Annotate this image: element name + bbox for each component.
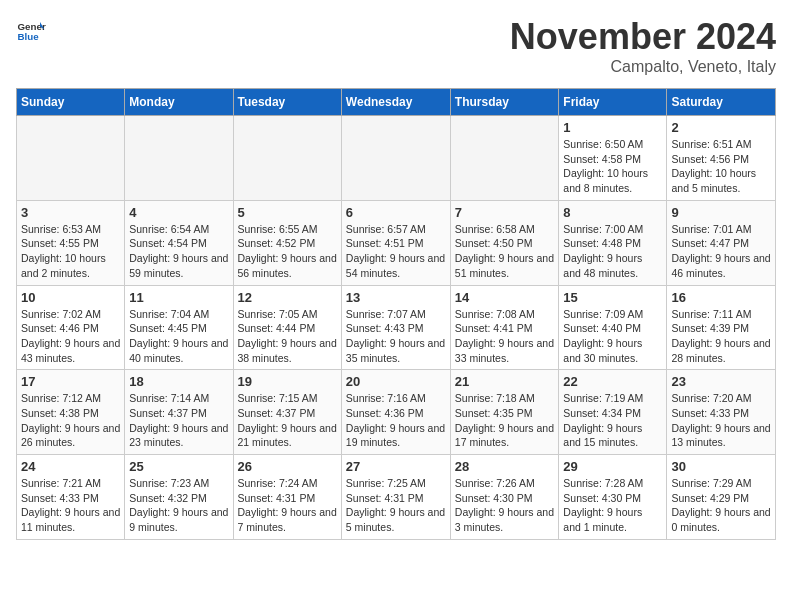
calendar: SundayMondayTuesdayWednesdayThursdayFrid… (16, 88, 776, 540)
day-info: Sunrise: 7:14 AM Sunset: 4:37 PM Dayligh… (129, 391, 228, 450)
location-title: Campalto, Veneto, Italy (510, 58, 776, 76)
day-number: 19 (238, 374, 337, 389)
logo: General Blue (16, 16, 46, 46)
day-number: 17 (21, 374, 120, 389)
day-info: Sunrise: 6:58 AM Sunset: 4:50 PM Dayligh… (455, 222, 555, 281)
calendar-cell: 29Sunrise: 7:28 AM Sunset: 4:30 PM Dayli… (559, 455, 667, 540)
calendar-cell: 8Sunrise: 7:00 AM Sunset: 4:48 PM Daylig… (559, 200, 667, 285)
calendar-cell: 5Sunrise: 6:55 AM Sunset: 4:52 PM Daylig… (233, 200, 341, 285)
day-info: Sunrise: 7:15 AM Sunset: 4:37 PM Dayligh… (238, 391, 337, 450)
calendar-cell: 14Sunrise: 7:08 AM Sunset: 4:41 PM Dayli… (450, 285, 559, 370)
day-number: 13 (346, 290, 446, 305)
day-info: Sunrise: 7:16 AM Sunset: 4:36 PM Dayligh… (346, 391, 446, 450)
day-number: 15 (563, 290, 662, 305)
calendar-cell: 3Sunrise: 6:53 AM Sunset: 4:55 PM Daylig… (17, 200, 125, 285)
calendar-cell: 16Sunrise: 7:11 AM Sunset: 4:39 PM Dayli… (667, 285, 776, 370)
day-info: Sunrise: 6:50 AM Sunset: 4:58 PM Dayligh… (563, 137, 662, 196)
day-number: 3 (21, 205, 120, 220)
day-info: Sunrise: 6:51 AM Sunset: 4:56 PM Dayligh… (671, 137, 771, 196)
weekday-header-friday: Friday (559, 89, 667, 116)
day-number: 2 (671, 120, 771, 135)
day-info: Sunrise: 7:23 AM Sunset: 4:32 PM Dayligh… (129, 476, 228, 535)
day-info: Sunrise: 7:08 AM Sunset: 4:41 PM Dayligh… (455, 307, 555, 366)
weekday-header-monday: Monday (125, 89, 233, 116)
calendar-cell: 25Sunrise: 7:23 AM Sunset: 4:32 PM Dayli… (125, 455, 233, 540)
day-info: Sunrise: 7:01 AM Sunset: 4:47 PM Dayligh… (671, 222, 771, 281)
day-info: Sunrise: 7:24 AM Sunset: 4:31 PM Dayligh… (238, 476, 337, 535)
day-info: Sunrise: 7:04 AM Sunset: 4:45 PM Dayligh… (129, 307, 228, 366)
calendar-cell: 1Sunrise: 6:50 AM Sunset: 4:58 PM Daylig… (559, 116, 667, 201)
calendar-cell (450, 116, 559, 201)
calendar-week-row: 17Sunrise: 7:12 AM Sunset: 4:38 PM Dayli… (17, 370, 776, 455)
calendar-cell: 26Sunrise: 7:24 AM Sunset: 4:31 PM Dayli… (233, 455, 341, 540)
day-info: Sunrise: 7:21 AM Sunset: 4:33 PM Dayligh… (21, 476, 120, 535)
day-number: 23 (671, 374, 771, 389)
calendar-cell: 7Sunrise: 6:58 AM Sunset: 4:50 PM Daylig… (450, 200, 559, 285)
weekday-header-thursday: Thursday (450, 89, 559, 116)
calendar-cell: 22Sunrise: 7:19 AM Sunset: 4:34 PM Dayli… (559, 370, 667, 455)
weekday-header-sunday: Sunday (17, 89, 125, 116)
day-info: Sunrise: 7:09 AM Sunset: 4:40 PM Dayligh… (563, 307, 662, 366)
day-number: 8 (563, 205, 662, 220)
day-info: Sunrise: 7:05 AM Sunset: 4:44 PM Dayligh… (238, 307, 337, 366)
day-number: 27 (346, 459, 446, 474)
calendar-cell: 13Sunrise: 7:07 AM Sunset: 4:43 PM Dayli… (341, 285, 450, 370)
calendar-cell: 20Sunrise: 7:16 AM Sunset: 4:36 PM Dayli… (341, 370, 450, 455)
calendar-cell: 10Sunrise: 7:02 AM Sunset: 4:46 PM Dayli… (17, 285, 125, 370)
day-info: Sunrise: 6:55 AM Sunset: 4:52 PM Dayligh… (238, 222, 337, 281)
month-title: November 2024 (510, 16, 776, 58)
calendar-cell: 18Sunrise: 7:14 AM Sunset: 4:37 PM Dayli… (125, 370, 233, 455)
weekday-header-row: SundayMondayTuesdayWednesdayThursdayFrid… (17, 89, 776, 116)
calendar-cell: 11Sunrise: 7:04 AM Sunset: 4:45 PM Dayli… (125, 285, 233, 370)
calendar-cell: 24Sunrise: 7:21 AM Sunset: 4:33 PM Dayli… (17, 455, 125, 540)
calendar-week-row: 24Sunrise: 7:21 AM Sunset: 4:33 PM Dayli… (17, 455, 776, 540)
day-info: Sunrise: 6:53 AM Sunset: 4:55 PM Dayligh… (21, 222, 120, 281)
calendar-week-row: 10Sunrise: 7:02 AM Sunset: 4:46 PM Dayli… (17, 285, 776, 370)
calendar-cell: 6Sunrise: 6:57 AM Sunset: 4:51 PM Daylig… (341, 200, 450, 285)
calendar-cell: 21Sunrise: 7:18 AM Sunset: 4:35 PM Dayli… (450, 370, 559, 455)
calendar-cell: 17Sunrise: 7:12 AM Sunset: 4:38 PM Dayli… (17, 370, 125, 455)
day-number: 12 (238, 290, 337, 305)
day-number: 21 (455, 374, 555, 389)
day-number: 10 (21, 290, 120, 305)
logo-icon: General Blue (16, 16, 46, 46)
weekday-header-wednesday: Wednesday (341, 89, 450, 116)
day-number: 29 (563, 459, 662, 474)
title-section: November 2024 Campalto, Veneto, Italy (510, 16, 776, 76)
calendar-cell: 27Sunrise: 7:25 AM Sunset: 4:31 PM Dayli… (341, 455, 450, 540)
day-number: 5 (238, 205, 337, 220)
day-number: 9 (671, 205, 771, 220)
day-number: 20 (346, 374, 446, 389)
day-number: 24 (21, 459, 120, 474)
day-info: Sunrise: 7:29 AM Sunset: 4:29 PM Dayligh… (671, 476, 771, 535)
day-number: 16 (671, 290, 771, 305)
calendar-cell: 19Sunrise: 7:15 AM Sunset: 4:37 PM Dayli… (233, 370, 341, 455)
day-info: Sunrise: 7:02 AM Sunset: 4:46 PM Dayligh… (21, 307, 120, 366)
calendar-week-row: 3Sunrise: 6:53 AM Sunset: 4:55 PM Daylig… (17, 200, 776, 285)
day-info: Sunrise: 7:28 AM Sunset: 4:30 PM Dayligh… (563, 476, 662, 535)
day-number: 22 (563, 374, 662, 389)
day-number: 1 (563, 120, 662, 135)
day-info: Sunrise: 7:12 AM Sunset: 4:38 PM Dayligh… (21, 391, 120, 450)
weekday-header-saturday: Saturday (667, 89, 776, 116)
calendar-cell: 28Sunrise: 7:26 AM Sunset: 4:30 PM Dayli… (450, 455, 559, 540)
day-number: 7 (455, 205, 555, 220)
calendar-cell: 30Sunrise: 7:29 AM Sunset: 4:29 PM Dayli… (667, 455, 776, 540)
day-number: 30 (671, 459, 771, 474)
day-number: 25 (129, 459, 228, 474)
weekday-header-tuesday: Tuesday (233, 89, 341, 116)
day-info: Sunrise: 7:00 AM Sunset: 4:48 PM Dayligh… (563, 222, 662, 281)
day-number: 6 (346, 205, 446, 220)
calendar-cell (125, 116, 233, 201)
day-number: 26 (238, 459, 337, 474)
day-info: Sunrise: 6:54 AM Sunset: 4:54 PM Dayligh… (129, 222, 228, 281)
calendar-cell (233, 116, 341, 201)
day-info: Sunrise: 7:11 AM Sunset: 4:39 PM Dayligh… (671, 307, 771, 366)
calendar-cell: 23Sunrise: 7:20 AM Sunset: 4:33 PM Dayli… (667, 370, 776, 455)
calendar-cell: 15Sunrise: 7:09 AM Sunset: 4:40 PM Dayli… (559, 285, 667, 370)
day-info: Sunrise: 7:18 AM Sunset: 4:35 PM Dayligh… (455, 391, 555, 450)
calendar-cell: 2Sunrise: 6:51 AM Sunset: 4:56 PM Daylig… (667, 116, 776, 201)
calendar-cell (341, 116, 450, 201)
calendar-cell: 4Sunrise: 6:54 AM Sunset: 4:54 PM Daylig… (125, 200, 233, 285)
day-number: 11 (129, 290, 228, 305)
